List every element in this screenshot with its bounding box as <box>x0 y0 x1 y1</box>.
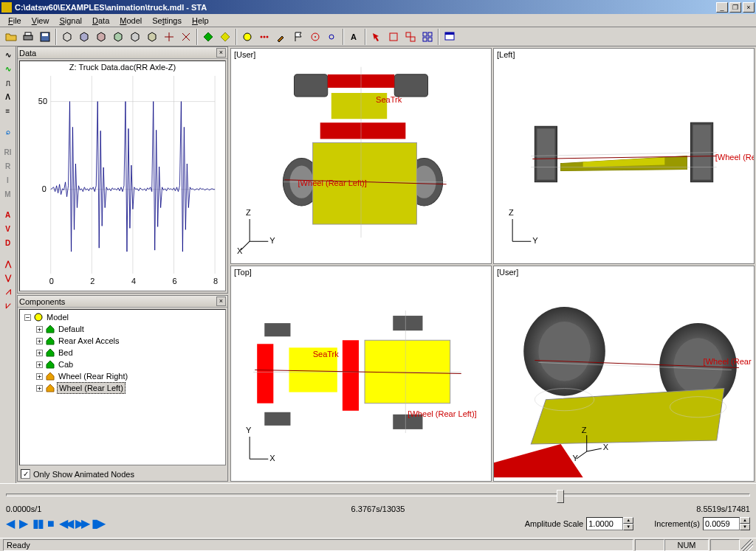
expand-icon[interactable]: + <box>36 338 43 344</box>
tree-item[interactable]: + Bed <box>21 347 224 358</box>
lt-wave2[interactable]: ∿ <box>1 62 15 75</box>
slider-thumb[interactable] <box>557 490 564 503</box>
menu-model[interactable]: Model <box>114 15 147 27</box>
amplitude-spinner[interactable]: ▲▼ <box>586 517 633 530</box>
lt-down[interactable]: ⋁ <box>1 271 15 284</box>
tree-item[interactable]: + Cab <box>21 358 224 370</box>
viewport-user-bottom[interactable]: [User] [Wheel (Rear Left)] ZXY <box>493 266 755 482</box>
ffwd-button[interactable]: ▶▶ <box>75 516 87 530</box>
box2-icon[interactable] <box>402 29 419 45</box>
cube2-icon[interactable] <box>76 29 92 45</box>
lt-pulse[interactable]: ⎍ <box>1 76 15 89</box>
expand-icon[interactable]: + <box>36 385 43 392</box>
lt-up2[interactable]: ⩘ <box>1 285 15 298</box>
save-icon[interactable] <box>37 29 53 45</box>
expand-icon[interactable]: + <box>36 326 43 333</box>
cube4-icon[interactable] <box>110 29 126 45</box>
tree-root[interactable]: − Model <box>21 311 224 323</box>
menu-data[interactable]: Data <box>87 15 114 27</box>
axis2-icon[interactable] <box>178 29 194 45</box>
circle-yellow-icon[interactable] <box>239 29 255 45</box>
increment-input[interactable] <box>703 517 740 530</box>
box1-icon[interactable] <box>385 29 402 45</box>
lt-ri[interactable]: RI <box>1 145 15 159</box>
close-button[interactable]: × <box>743 2 755 13</box>
step-button[interactable]: ▮▶ <box>92 516 104 530</box>
menu-settings[interactable]: Settings <box>147 15 187 27</box>
viewport-left[interactable]: [Left] [Wheel (Rear Left)] ZY <box>493 48 755 264</box>
lt-v[interactable]: V <box>1 222 15 235</box>
lt-r[interactable]: R <box>1 159 15 173</box>
menu-help[interactable]: Help <box>187 15 214 27</box>
lt-up[interactable]: ⋀ <box>1 257 15 270</box>
rewind-button[interactable]: ◀◀ <box>59 516 71 530</box>
viewport-top[interactable]: [Top] SeaTrk [Wheel (Rear Left)] YX <box>230 266 492 482</box>
increment-spinner[interactable]: ▲▼ <box>703 517 750 530</box>
inc-dn[interactable]: ▼ <box>740 524 750 530</box>
diamond-green-icon[interactable] <box>200 29 216 45</box>
tree-item[interactable]: + Rear Axel Accels <box>21 335 224 347</box>
tree-label: Default <box>57 324 86 334</box>
lt-i[interactable]: I <box>1 173 15 187</box>
play-fwd-button[interactable]: ▶ <box>19 516 28 530</box>
lt-search[interactable]: ⌕ <box>1 125 15 138</box>
text-icon[interactable]: A <box>346 29 362 45</box>
maximize-button[interactable]: ❐ <box>729 2 741 13</box>
lt-m[interactable]: M <box>1 187 15 201</box>
menu-view[interactable]: View <box>27 15 55 27</box>
lt-lines[interactable]: ≡ <box>1 104 15 117</box>
expand-icon[interactable]: + <box>36 350 43 356</box>
svg-rect-3 <box>42 33 48 36</box>
cube5-icon[interactable] <box>127 29 143 45</box>
lt-a[interactable]: A <box>1 208 15 221</box>
components-tree[interactable]: − Model + Default + Rear Axel Accels + <box>19 309 226 465</box>
axis1-icon[interactable] <box>161 29 177 45</box>
inc-up[interactable]: ▲ <box>740 517 750 524</box>
data-chart[interactable]: Z: Truck Data.dac(RR Axle-Z) 50 0 0 2 4 <box>19 60 226 291</box>
flag-icon[interactable] <box>290 29 306 45</box>
stop-button[interactable]: ■ <box>47 517 55 530</box>
data-panel-close[interactable]: × <box>216 48 226 58</box>
window-icon[interactable] <box>441 29 458 45</box>
expand-icon[interactable]: + <box>36 373 43 380</box>
cube6-icon[interactable] <box>144 29 160 45</box>
tree-item-selected[interactable]: + Wheel (Rear Left) <box>21 382 224 394</box>
link-icon[interactable] <box>324 29 340 45</box>
resize-grip[interactable] <box>741 539 753 551</box>
amplitude-input[interactable] <box>586 517 623 530</box>
menu-signal[interactable]: Signal <box>54 15 87 27</box>
diamond-yellow-icon[interactable] <box>217 29 233 45</box>
lt-d[interactable]: D <box>1 236 15 249</box>
components-panel-close[interactable]: × <box>216 297 226 306</box>
only-animated-checkbox[interactable]: ✓ <box>21 469 30 479</box>
lt-wave1[interactable]: ∿ <box>1 48 15 61</box>
open-icon[interactable] <box>3 29 19 45</box>
arrow-icon[interactable] <box>368 29 385 45</box>
time-slider[interactable] <box>6 488 750 502</box>
menu-file[interactable]: File <box>3 15 27 27</box>
expand-icon[interactable]: + <box>36 361 43 368</box>
amp-up[interactable]: ▲ <box>623 517 633 524</box>
brush-icon[interactable] <box>273 29 289 45</box>
target-icon[interactable] <box>307 29 323 45</box>
tree-item[interactable]: + Wheel (Rear Right) <box>21 370 224 382</box>
play-rev-button[interactable]: ◀ <box>6 516 15 530</box>
grid-icon[interactable] <box>419 29 436 45</box>
cube1-icon[interactable] <box>59 29 75 45</box>
dots-icon[interactable] <box>256 29 272 45</box>
svg-rect-63 <box>264 323 290 336</box>
pause-button[interactable]: ▮▮ <box>32 516 43 530</box>
svg-text:X: X <box>603 443 609 451</box>
lt-peak[interactable]: Λ <box>1 90 15 103</box>
lt-dn2[interactable]: ⩗ <box>1 299 15 312</box>
viewport-user-top[interactable]: [User] <box>230 48 492 264</box>
collapse-icon[interactable]: − <box>24 314 31 321</box>
tree-label: Rear Axel Accels <box>57 336 121 346</box>
tree-item[interactable]: + Default <box>21 323 224 335</box>
svg-text:SeaTrk: SeaTrk <box>313 350 340 358</box>
svg-text:Z: Z <box>582 426 587 434</box>
amp-dn[interactable]: ▼ <box>623 524 633 530</box>
print-icon[interactable] <box>20 29 36 45</box>
minimize-button[interactable]: _ <box>716 2 728 13</box>
cube3-icon[interactable] <box>93 29 109 45</box>
